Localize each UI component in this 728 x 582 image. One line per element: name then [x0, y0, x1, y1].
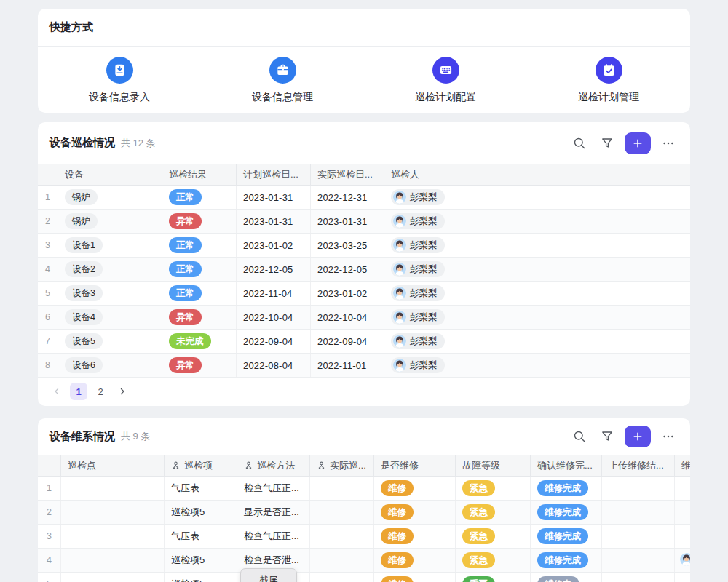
repair-cell[interactable]: 维修: [374, 549, 456, 572]
more-button[interactable]: [658, 133, 678, 154]
planned-date-cell[interactable]: 2023-01-02: [237, 234, 311, 257]
inspector-cell[interactable]: 彭梨梨: [384, 282, 456, 305]
inspector-cell[interactable]: 彭梨梨: [384, 354, 456, 377]
add-record-button[interactable]: [625, 132, 651, 154]
column-header-inspector[interactable]: 巡检人: [384, 164, 456, 185]
planned-date-cell[interactable]: 2023-01-31: [237, 210, 311, 233]
column-header-device[interactable]: 设备: [58, 164, 162, 185]
page-2-button[interactable]: 2: [92, 383, 109, 400]
confirm-cell[interactable]: 维修完成: [531, 477, 602, 500]
truncated-cell[interactable]: [675, 501, 690, 524]
actual-date-cell[interactable]: 2023-01-02: [311, 282, 384, 305]
row-number[interactable]: 2: [38, 501, 61, 524]
empty-cell[interactable]: [456, 210, 690, 233]
empty-cell[interactable]: [456, 186, 690, 209]
shortcut-plan-management[interactable]: 巡检计划管理: [550, 57, 667, 104]
method-cell[interactable]: 显示是否正...: [237, 501, 310, 524]
planned-date-cell[interactable]: 2022-09-04: [237, 330, 311, 353]
point-cell[interactable]: [61, 477, 165, 500]
device-cell[interactable]: 设备2: [58, 258, 162, 281]
row-number[interactable]: 8: [38, 354, 58, 377]
prev-page-button[interactable]: [48, 383, 66, 400]
column-header-confirm[interactable]: 确认维修完...: [531, 455, 602, 476]
more-button[interactable]: [658, 426, 678, 447]
item-cell[interactable]: 巡检项5: [165, 549, 237, 572]
search-button[interactable]: [569, 426, 590, 447]
inspector-cell[interactable]: 彭梨梨: [384, 210, 456, 233]
row-number[interactable]: 6: [38, 306, 58, 329]
result-cell[interactable]: 未完成: [162, 330, 237, 353]
point-cell[interactable]: [61, 525, 165, 548]
upload-cell[interactable]: [602, 477, 675, 500]
actual-date-cell[interactable]: 2022-12-05: [311, 258, 384, 281]
fault-level-cell[interactable]: 重要: [456, 573, 531, 582]
shortcut-device-entry[interactable]: 设备信息录入: [61, 57, 178, 104]
confirm-cell[interactable]: 维修中: [531, 573, 602, 582]
result-cell[interactable]: 正常: [162, 258, 237, 281]
actual-cell[interactable]: [310, 477, 374, 500]
column-header-point[interactable]: 巡检点: [61, 455, 165, 476]
item-cell[interactable]: 巡检项5: [165, 501, 237, 524]
method-cell[interactable]: 检查气压正...: [237, 525, 310, 548]
confirm-cell[interactable]: 维修完成: [531, 549, 602, 572]
actual-cell[interactable]: [310, 549, 374, 572]
shortcut-plan-config[interactable]: 巡检计划配置: [387, 57, 504, 104]
item-cell[interactable]: 气压表: [165, 477, 237, 500]
confirm-cell[interactable]: 维修完成: [531, 525, 602, 548]
column-header-actual-date[interactable]: 实际巡检日...: [311, 164, 384, 185]
actual-date-cell[interactable]: 2022-12-31: [311, 186, 384, 209]
row-number[interactable]: 4: [38, 549, 61, 572]
inspector-cell[interactable]: 彭梨梨: [384, 306, 456, 329]
upload-cell[interactable]: [602, 549, 675, 572]
column-header-repair[interactable]: 是否维修: [374, 455, 456, 476]
truncated-cell[interactable]: [675, 477, 690, 500]
upload-cell[interactable]: [602, 501, 675, 524]
filter-button[interactable]: [597, 133, 617, 154]
row-number[interactable]: 1: [38, 477, 61, 500]
add-record-button[interactable]: [625, 426, 651, 447]
actual-cell[interactable]: [310, 573, 374, 582]
column-header-result[interactable]: 巡检结果: [162, 164, 237, 185]
column-header-item[interactable]: 巡检项: [165, 455, 237, 476]
device-cell[interactable]: 设备1: [58, 234, 162, 257]
device-cell[interactable]: 设备5: [58, 330, 162, 353]
planned-date-cell[interactable]: 2022-12-05: [237, 258, 311, 281]
point-cell[interactable]: [61, 573, 165, 582]
row-number[interactable]: 2: [38, 210, 58, 233]
page-1-button[interactable]: 1: [70, 383, 87, 400]
actual-date-cell[interactable]: 2022-10-04: [311, 306, 384, 329]
actual-date-cell[interactable]: 2022-09-04: [311, 330, 384, 353]
result-cell[interactable]: 异常: [162, 306, 237, 329]
planned-date-cell[interactable]: 2023-01-31: [237, 186, 311, 209]
column-header-actual[interactable]: 实际巡...: [310, 455, 374, 476]
repair-cell[interactable]: 维修: [374, 501, 456, 524]
fault-level-cell[interactable]: 紧急: [456, 477, 531, 500]
inspector-cell[interactable]: 彭梨梨: [384, 258, 456, 281]
device-cell[interactable]: 设备3: [58, 282, 162, 305]
empty-cell[interactable]: [456, 258, 690, 281]
search-button[interactable]: [569, 133, 590, 154]
item-cell[interactable]: 巡检项5: [165, 573, 237, 582]
fault-level-cell[interactable]: 紧急: [456, 525, 531, 548]
column-header-method[interactable]: 巡检方法: [237, 455, 310, 476]
empty-cell[interactable]: [456, 234, 690, 257]
row-number[interactable]: 3: [38, 525, 61, 548]
upload-cell[interactable]: [602, 573, 675, 582]
inspector-cell[interactable]: 彭梨梨: [384, 186, 456, 209]
truncated-cell[interactable]: [675, 525, 690, 548]
row-number[interactable]: 5: [38, 282, 58, 305]
point-cell[interactable]: [61, 549, 165, 572]
inspector-cell[interactable]: 彭梨梨: [384, 330, 456, 353]
shortcut-device-management[interactable]: 设备信息管理: [224, 57, 341, 104]
device-cell[interactable]: 设备4: [58, 306, 162, 329]
result-cell[interactable]: 异常: [162, 354, 237, 377]
fault-level-cell[interactable]: 紧急: [456, 549, 531, 572]
inspector-cell[interactable]: 彭梨梨: [384, 234, 456, 257]
column-header-truncated[interactable]: 维: [675, 455, 690, 476]
empty-cell[interactable]: [456, 282, 690, 305]
row-number[interactable]: 1: [38, 186, 58, 209]
item-cell[interactable]: 气压表: [165, 525, 237, 548]
point-cell[interactable]: [61, 501, 165, 524]
actual-date-cell[interactable]: 2023-03-25: [311, 234, 384, 257]
device-cell[interactable]: 锅炉: [58, 186, 162, 209]
